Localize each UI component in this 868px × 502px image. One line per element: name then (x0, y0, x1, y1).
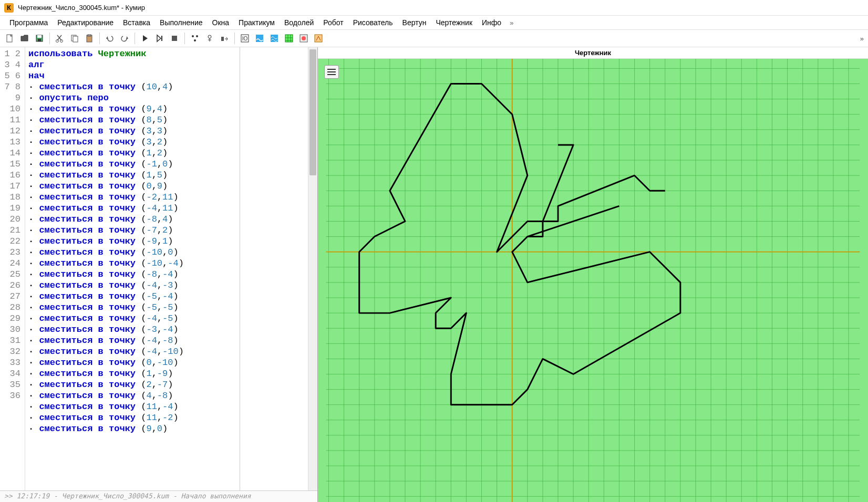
toolbar-sep (135, 33, 135, 44)
titlebar: К Чертежник_Число_300045.kum* - Кумир (0, 0, 868, 16)
menu-item-выполнение[interactable]: Выполнение (156, 17, 206, 28)
svg-point-14 (194, 39, 196, 41)
svg-point-15 (208, 35, 211, 38)
svg-rect-2 (37, 35, 42, 38)
menubar: ПрограммаРедактированиеВставкаВыполнение… (0, 16, 868, 29)
menu-item-вертун[interactable]: Вертун (398, 17, 431, 28)
svg-rect-3 (38, 39, 41, 41)
actor3-icon[interactable] (267, 32, 281, 45)
editor-pane: 1 2 3 4 5 6 7 8 9 10 11 12 13 14 15 16 1… (0, 47, 318, 502)
tool-b-icon[interactable] (203, 32, 216, 45)
menu-item-практикум[interactable]: Практикум (234, 17, 279, 28)
line-gutter: 1 2 3 4 5 6 7 8 9 10 11 12 13 14 15 16 1… (0, 47, 25, 490)
menu-item-чертежник[interactable]: Чертежник (431, 17, 477, 28)
run-icon[interactable] (138, 32, 152, 45)
svg-rect-16 (221, 37, 224, 41)
actor4-icon[interactable] (282, 32, 296, 45)
svg-text:IO: IO (242, 36, 248, 41)
toolbar-sep (234, 33, 235, 44)
stop-icon[interactable] (168, 32, 181, 45)
menu-item-окна[interactable]: Окна (208, 17, 234, 28)
actor1-icon[interactable]: IO (238, 32, 252, 45)
actor5-icon[interactable] (297, 32, 311, 45)
drawing-canvas (318, 59, 868, 502)
actor6-icon[interactable] (312, 32, 325, 45)
toolbar-sep (99, 33, 100, 44)
svg-point-13 (196, 35, 198, 37)
window-title: Чертежник_Число_300045.kum* - Кумир (18, 4, 145, 12)
toolbar-expand[interactable]: » (856, 35, 868, 43)
menu-item-программа[interactable]: Программа (5, 17, 52, 28)
open-file-icon[interactable] (18, 32, 32, 45)
svg-rect-7 (73, 36, 78, 42)
menu-item-водолей[interactable]: Водолей (280, 17, 318, 28)
tool-a-icon[interactable] (188, 32, 202, 45)
menu-more[interactable]: » (507, 17, 516, 28)
canvas-title: Чертежник (318, 47, 868, 59)
toolbar-row: IO » (0, 29, 868, 47)
main-area: 1 2 3 4 5 6 7 8 9 10 11 12 13 14 15 16 1… (0, 47, 868, 502)
paste-icon[interactable] (82, 32, 96, 45)
cut-icon[interactable] (53, 32, 67, 45)
vertical-scrollbar[interactable] (308, 47, 317, 490)
new-file-icon[interactable] (3, 32, 17, 45)
canvas-menu-icon[interactable] (324, 65, 339, 79)
menu-item-редактирование[interactable]: Редактирование (53, 17, 118, 28)
redo-icon[interactable] (118, 32, 131, 45)
canvas-area[interactable] (318, 59, 868, 502)
svg-rect-10 (161, 36, 162, 41)
svg-point-23 (302, 36, 306, 40)
svg-rect-11 (172, 36, 177, 41)
menu-item-вставка[interactable]: Вставка (119, 17, 154, 28)
status-line: >> 12:17:19 - Чертежник_Число_300045.kum… (0, 490, 317, 502)
code-editor[interactable]: использовать Чертежник алг нач · сместит… (25, 47, 240, 490)
menu-item-инфо[interactable]: Инфо (478, 17, 505, 28)
svg-rect-25 (326, 59, 860, 502)
actor2-icon[interactable] (253, 32, 266, 45)
app-window: К Чертежник_Число_300045.kum* - Кумир Пр… (0, 0, 868, 502)
undo-icon[interactable] (103, 32, 117, 45)
toolbar-sep (49, 33, 50, 44)
menu-item-рисователь[interactable]: Рисователь (349, 17, 397, 28)
code-margin (240, 47, 308, 490)
canvas-pane: Чертежник (318, 47, 868, 502)
toolbar-left: IO (0, 32, 328, 45)
copy-icon[interactable] (68, 32, 81, 45)
step-icon[interactable] (153, 32, 167, 45)
tool-c-icon[interactable] (218, 32, 231, 45)
svg-point-12 (192, 35, 194, 37)
save-file-icon[interactable] (33, 32, 46, 45)
svg-rect-9 (88, 35, 91, 36)
svg-rect-21 (285, 35, 293, 42)
app-icon: К (4, 3, 14, 13)
code-wrap: 1 2 3 4 5 6 7 8 9 10 11 12 13 14 15 16 1… (0, 47, 317, 490)
scroll-thumb[interactable] (309, 49, 316, 175)
toolbar-sep (184, 33, 185, 44)
menu-item-робот[interactable]: Робот (319, 17, 347, 28)
